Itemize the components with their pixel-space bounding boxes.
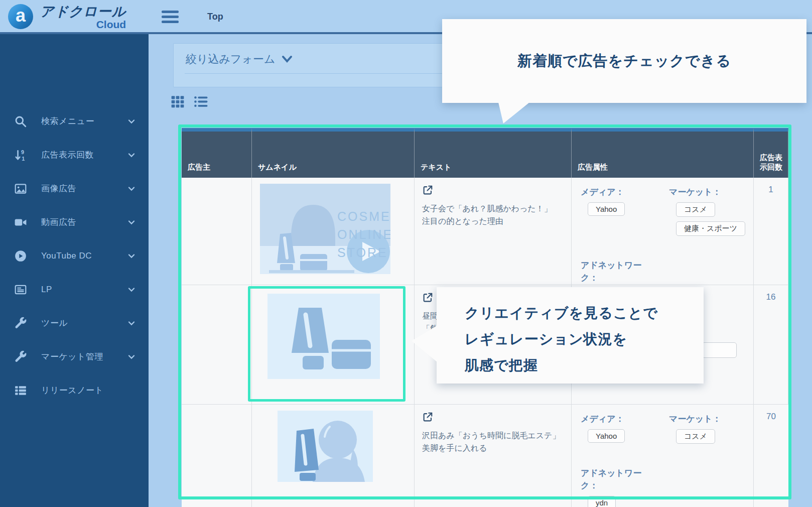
market-chip: コスメ — [676, 429, 715, 444]
release-notes-list-icon — [14, 384, 30, 398]
ad-text: 沢田あみ「おうち時間に脱毛エステ」 美脚を手に入れる — [422, 429, 564, 454]
svg-text:1: 1 — [22, 155, 25, 161]
column-header-attributes: 広告属性 — [572, 128, 754, 178]
ad-attributes-cell: メディア： Yahoo マーケット： コスメ アドネットワーク： ydn — [572, 405, 754, 507]
media-label: メディア： — [581, 186, 647, 198]
sidebar-item-search-menu[interactable]: 検索メニュー — [0, 104, 149, 138]
grid-view-button[interactable] — [171, 95, 185, 110]
sidebar-item-ad-impressions[interactable]: 91 広告表示回数 — [0, 138, 149, 172]
column-header-impressions: 広告表示回数 — [754, 128, 788, 178]
svg-text:ONLINE: ONLINE — [337, 227, 390, 241]
chevron-down-icon — [127, 117, 136, 125]
clipped-chip — [702, 342, 737, 358]
brand-logo[interactable]: a アドクロール Cloud — [8, 4, 126, 30]
filter-form-label: 絞り込みフォーム — [186, 52, 276, 67]
sidebar-item-label: 広告表示回数 — [41, 149, 94, 161]
external-link-icon[interactable] — [422, 412, 433, 423]
column-header-thumbnail: サムネイル — [252, 128, 415, 178]
advertiser-cell — [182, 405, 252, 507]
ad-image-thumbnail[interactable] — [267, 294, 380, 379]
sidebar-item-video-ads[interactable]: 動画広告 — [0, 205, 149, 239]
filter-form-toggle[interactable]: 絞り込みフォーム — [186, 52, 293, 67]
landing-page-icon — [14, 283, 30, 297]
adcrawl-cloud-app: a アドクロール Cloud Top 検索メニュー 91 広告表示回数 — [0, 0, 812, 507]
impressions-cell: 70 — [754, 405, 788, 507]
media-label: メディア： — [581, 413, 647, 425]
adnetwork-chip: ydn — [588, 496, 616, 507]
impressions-cell: 16 — [754, 285, 788, 405]
sidebar-item-tools[interactable]: ツール — [0, 306, 149, 340]
brand-name: アドクロール — [40, 4, 126, 19]
chevron-down-icon — [127, 151, 136, 159]
callout-creative: クリエイティブを見ることで レギュレーション状況を 肌感で把握 — [437, 287, 704, 384]
sidebar-nav: 検索メニュー 91 広告表示回数 画像広告 動画広告 — [0, 34, 149, 507]
advertiser-cell — [182, 178, 252, 285]
brand-text: アドクロール Cloud — [40, 4, 126, 30]
sidebar-item-market-management[interactable]: マーケット管理 — [0, 340, 149, 373]
svg-text:9: 9 — [21, 149, 24, 155]
thumbnail-cell — [252, 405, 415, 507]
sidebar-item-youtube-dc[interactable]: YouTube DC — [0, 239, 149, 273]
sidebar-item-lp[interactable]: LP — [0, 273, 149, 306]
svg-text:STORE: STORE — [337, 245, 388, 260]
sidebar-item-label: 画像広告 — [41, 183, 76, 194]
media-chip: Yahoo — [588, 429, 625, 443]
sidebar-item-label: 検索メニュー — [41, 115, 94, 127]
sidebar-item-release-notes[interactable]: リリースノート — [0, 373, 149, 407]
chevron-down-icon — [127, 353, 136, 361]
media-attribute-group: メディア： Yahoo — [581, 413, 669, 444]
chevron-down-icon — [127, 252, 136, 260]
wrench-icon — [14, 350, 30, 364]
media-attribute-group: メディア： Yahoo — [581, 186, 669, 236]
page-title[interactable]: Top — [207, 12, 223, 22]
callout-tail — [498, 102, 529, 123]
search-icon — [14, 114, 30, 129]
external-link-icon[interactable] — [422, 185, 433, 196]
chevron-down-icon — [127, 319, 136, 327]
chevron-down-icon — [282, 55, 293, 64]
ad-text-cell: 女子会で「あれ？肌感かわった！」 注目の的となった理由 — [415, 178, 572, 285]
sidebar-item-label: ツール — [41, 317, 68, 329]
sidebar-item-label: マーケット管理 — [41, 351, 103, 362]
sidebar-item-label: LP — [41, 285, 52, 295]
brand-product: Cloud — [40, 19, 126, 30]
column-header-text: テキスト — [415, 128, 572, 178]
callout-new-arrivals: 新着順で広告をチェックできる — [442, 19, 806, 103]
media-chip: Yahoo — [588, 202, 625, 216]
ad-text: 女子会で「あれ？肌感かわった！」 注目の的となった理由 — [422, 202, 564, 227]
market-attribute-group: マーケット： コスメ 健康・スポーツ — [669, 186, 748, 236]
market-label: マーケット： — [669, 186, 735, 198]
play-circle-icon — [14, 249, 30, 263]
sidebar-item-label: リリースノート — [41, 385, 104, 396]
image-icon — [14, 182, 30, 196]
ad-attributes-cell: メディア： Yahoo マーケット： コスメ 健康・スポーツ アドネットワーク：… — [572, 178, 754, 285]
chevron-down-icon — [127, 218, 136, 226]
sidebar-item-label: YouTube DC — [41, 251, 92, 261]
market-label: マーケット： — [669, 413, 735, 425]
list-view-button[interactable] — [194, 95, 208, 110]
svg-text:COSME: COSME — [337, 209, 390, 223]
brand-mark-icon: a — [8, 4, 33, 29]
hamburger-icon — [162, 11, 179, 13]
ad-video-thumbnail[interactable]: COSME ONLINE STORE — [260, 184, 390, 274]
ad-image-thumbnail[interactable] — [278, 411, 373, 482]
market-chip: コスメ — [676, 202, 715, 217]
sidebar-item-image-ads[interactable]: 画像広告 — [0, 172, 149, 205]
external-link-icon[interactable] — [422, 292, 433, 303]
thumbnail-cell: COSME ONLINE STORE — [252, 178, 415, 285]
view-toggle-group — [171, 95, 208, 110]
wrench-icon — [14, 316, 30, 330]
thumbnail-cell — [252, 285, 415, 405]
sidebar-item-label: 動画広告 — [41, 216, 76, 228]
sort-numeric-down-icon: 91 — [14, 148, 30, 162]
adnetwork-label: アドネットワーク： — [581, 259, 647, 284]
impressions-cell: 1 — [754, 178, 788, 285]
video-camera-icon — [14, 215, 30, 229]
market-attribute-group: マーケット： コスメ — [669, 413, 748, 444]
advertiser-cell — [182, 285, 252, 405]
callout-new-arrivals-text: 新着順で広告をチェックできる — [517, 51, 731, 71]
menu-toggle-button[interactable] — [162, 11, 180, 24]
ad-text-cell: 沢田あみ「おうち時間に脱毛エステ」 美脚を手に入れる — [415, 405, 572, 507]
market-chip: 健康・スポーツ — [676, 221, 745, 236]
adnetwork-label: アドネットワーク： — [581, 467, 647, 492]
